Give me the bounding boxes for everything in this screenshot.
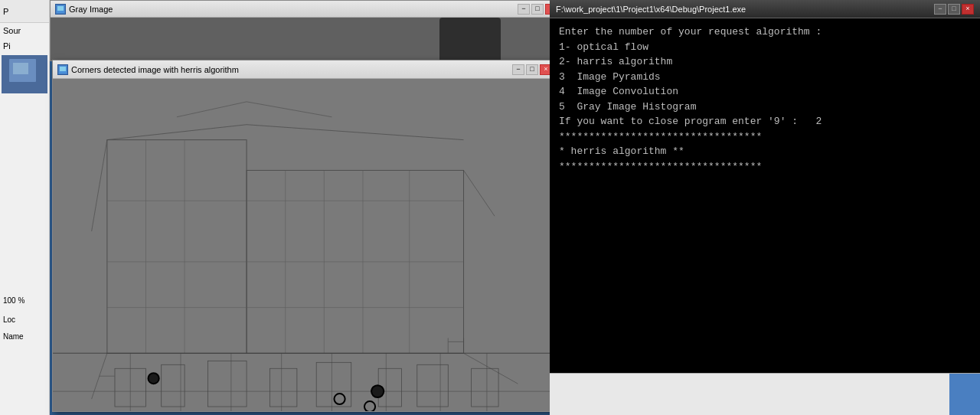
corners-maximize-button[interactable]: □ <box>526 64 538 75</box>
terminal-close-button[interactable]: × <box>962 4 974 15</box>
svg-rect-2 <box>13 63 28 74</box>
gray-image-titlebar: Gray Image − □ × <box>51 1 562 18</box>
sidebar: P Sour Pi 100 % Loc Name <box>0 0 50 415</box>
pi-label: Pi <box>3 41 11 51</box>
terminal-line-0: Enter the number of your request algorit… <box>559 25 971 40</box>
corners-minimize-button[interactable]: − <box>512 64 524 75</box>
terminal-line-9: ********************************** <box>559 159 971 175</box>
terminal-bottom-area <box>550 373 980 415</box>
terminal-line-4: 4 Image Convolution <box>559 84 971 100</box>
corners-titlebar: Corners detected image with herris algor… <box>53 60 557 79</box>
terminal-title: F:\work_project\1\Project1\x64\Debug\Pro… <box>556 5 746 14</box>
svg-rect-4 <box>57 6 64 11</box>
terminal-window: F:\work_project\1\Project1\x64\Debug\Pro… <box>550 0 980 415</box>
svg-point-54 <box>371 385 384 397</box>
sidebar-top-label: P <box>3 7 8 16</box>
gray-image-minimize-button[interactable]: − <box>518 4 530 15</box>
corners-image-content <box>53 79 557 411</box>
terminal-line-1: 1- optical flow <box>559 40 971 55</box>
sidebar-thumbnail <box>2 55 47 93</box>
svg-rect-7 <box>60 67 66 71</box>
terminal-titlebar-buttons: − □ × <box>934 4 974 15</box>
terminal-content: Enter the number of your request algorit… <box>550 18 980 373</box>
sidebar-top: P <box>0 0 49 23</box>
sidebar-sour-item[interactable]: Sour <box>0 23 49 38</box>
terminal-line-7: ********************************** <box>559 129 971 145</box>
terminal-line-3: 3 Image Pyramids <box>559 70 971 85</box>
gray-image-icon <box>55 4 66 15</box>
terminal-bottom-blue-bar <box>949 374 980 415</box>
gray-image-title-left: Gray Image <box>55 4 113 15</box>
svg-point-50 <box>149 373 159 384</box>
gray-image-maximize-button[interactable]: □ <box>531 4 544 15</box>
corners-window-icon <box>57 64 68 75</box>
terminal-line-6: If you want to close program enter '9' :… <box>559 114 971 129</box>
corners-window-title: Corners detected image with herris algor… <box>71 65 239 74</box>
gray-image-content <box>51 18 562 60</box>
loc-label: Loc <box>0 314 18 325</box>
harris-corner-image <box>53 79 557 411</box>
sidebar-pi-item[interactable]: Pi <box>0 38 49 54</box>
zoom-label: 100 % <box>0 295 28 306</box>
name-label: Name <box>0 331 27 342</box>
corners-titlebar-buttons: − □ × <box>512 64 552 75</box>
terminal-line-5: 5 Gray Image Histogram <box>559 100 971 115</box>
terminal-maximize-button[interactable]: □ <box>948 4 960 15</box>
terminal-line-8: * herris algorithm ** <box>559 144 971 159</box>
terminal-titlebar: F:\work_project\1\Project1\x64\Debug\Pro… <box>550 0 980 18</box>
terminal-line-2: 2- harris algorithm <box>559 54 971 70</box>
gray-image-title: Gray Image <box>69 5 113 14</box>
corners-window: Corners detected image with herris algor… <box>52 60 557 412</box>
gray-image-window: Gray Image − □ × <box>50 0 563 61</box>
sour-label: Sour <box>3 26 21 35</box>
svg-rect-5 <box>57 11 64 12</box>
corners-title-left: Corners detected image with herris algor… <box>57 64 239 75</box>
terminal-minimize-button[interactable]: − <box>934 4 946 15</box>
